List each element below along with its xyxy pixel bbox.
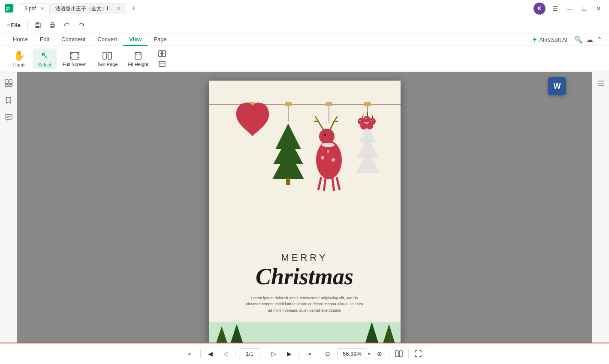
view-extra-btn-2[interactable] <box>156 59 168 69</box>
svg-rect-19 <box>9 84 12 87</box>
search-button[interactable]: 🔍 <box>574 36 583 44</box>
fullscreen-tool[interactable]: Full Screen <box>58 49 91 69</box>
select-label: Select <box>38 62 51 67</box>
last-page-skip-button[interactable]: ⇥ <box>302 348 314 360</box>
zoom-in-button[interactable]: ⊕ <box>374 348 386 360</box>
sidebar-comment-icon[interactable] <box>2 111 15 124</box>
file-label: File <box>11 22 21 28</box>
twopage-icon <box>101 51 113 61</box>
word-icon: W <box>554 82 561 91</box>
view-extra-btn-1[interactable] <box>156 49 168 58</box>
svg-rect-53 <box>364 102 371 106</box>
svg-rect-10 <box>108 52 112 59</box>
svg-text:P: P <box>6 6 10 12</box>
status-divider-3 <box>264 349 264 358</box>
user-avatar[interactable]: K <box>534 3 546 15</box>
svg-point-60 <box>360 123 367 129</box>
extra-view-buttons <box>156 49 168 69</box>
zoom-value: 56.89% <box>337 348 367 359</box>
sidebar-thumbnail-icon[interactable] <box>2 76 15 90</box>
main-area: MERRY Christmas Lorem ipsum dolor sit am… <box>0 72 609 343</box>
hand-tool[interactable]: ✋ Hand <box>7 48 31 69</box>
select-tool[interactable]: ↖ Select <box>33 48 57 69</box>
print-button[interactable] <box>46 19 59 31</box>
ai-button[interactable]: ✦ Afirstsoft AI <box>528 35 571 45</box>
word-convert-button[interactable]: W <box>548 77 566 95</box>
twopage-tool[interactable]: Two Page <box>93 49 122 69</box>
fullscreen-label: Full Screen <box>63 62 87 67</box>
svg-point-36 <box>319 129 335 144</box>
next-page-button[interactable]: ▷ <box>268 348 280 360</box>
page-input[interactable] <box>239 348 260 359</box>
sidebar-bookmark-icon[interactable] <box>2 93 15 107</box>
svg-rect-9 <box>103 52 106 59</box>
menu-divider <box>27 21 28 30</box>
svg-point-67 <box>371 120 372 121</box>
tab-page[interactable]: Page <box>148 33 172 46</box>
save-button[interactable] <box>31 19 44 31</box>
ai-logo-icon: ✦ <box>532 36 537 44</box>
tab-bar: 3.pdf ✕ 法语版小王子（全文）I... ✕ + <box>19 3 276 14</box>
svg-rect-32 <box>286 178 290 185</box>
left-sidebar <box>0 72 17 343</box>
panel-list-icon[interactable] <box>594 76 608 90</box>
tab-edit[interactable]: Edit <box>34 33 55 46</box>
svg-point-47 <box>324 134 326 136</box>
christmas-text: MERRY Christmas Lorem ipsum dolor sit am… <box>209 244 401 322</box>
menu-icon: ≡ <box>7 22 10 28</box>
content-area[interactable]: MERRY Christmas Lorem ipsum dolor sit am… <box>17 72 592 343</box>
svg-point-65 <box>359 120 361 121</box>
tab-comment[interactable]: Comment <box>55 33 91 46</box>
tab-view[interactable]: View <box>123 33 148 46</box>
tab-book[interactable]: 法语版小王子（全文）I... ✕ <box>50 3 126 14</box>
cloud-button[interactable]: ☁ <box>586 36 593 44</box>
svg-point-66 <box>365 117 367 119</box>
tab-pdf[interactable]: 3.pdf ✕ <box>19 3 50 13</box>
menu-bar: ≡ File <box>0 17 609 33</box>
collapse-button[interactable]: ⌃ <box>597 36 602 44</box>
last-page-button[interactable]: ▶ <box>283 348 295 360</box>
ribbon-content: ✋ Hand ↖ Select Full Screen Two Pa <box>0 46 609 72</box>
tab-convert[interactable]: Convert <box>91 33 123 46</box>
pdf-page: MERRY Christmas Lorem ipsum dolor sit am… <box>209 81 401 343</box>
status-divider-5 <box>318 349 318 358</box>
menu-button[interactable]: ☰ <box>548 2 562 15</box>
zoom-dropdown-button[interactable]: ▾ <box>368 352 370 356</box>
ribbon-right: ✦ Afirstsoft AI 🔍 ☁ ⌃ <box>528 35 602 45</box>
prev-page-button[interactable]: ◁ <box>220 348 232 360</box>
zoom-out-button[interactable]: ⊖ <box>322 348 334 360</box>
svg-rect-110 <box>399 351 402 357</box>
bottom-scene <box>209 322 401 343</box>
status-divider-7 <box>408 349 409 358</box>
fitheight-tool[interactable]: Fit Height <box>124 49 153 69</box>
tab-home[interactable]: Home <box>7 33 34 46</box>
redo-button[interactable] <box>75 19 88 31</box>
first-page-button[interactable]: ⇤ <box>185 348 197 360</box>
ribbon: Home Edit Comment Convert View Page ✦ Af… <box>0 33 609 72</box>
minimize-button[interactable]: — <box>563 2 576 15</box>
tab-close-pdf[interactable]: ✕ <box>40 6 44 12</box>
svg-rect-4 <box>36 26 39 28</box>
svg-rect-16 <box>5 80 8 84</box>
twopage-label: Two Page <box>97 62 118 67</box>
prev-page-skip-button[interactable]: ◀ <box>204 348 216 360</box>
svg-point-48 <box>322 143 335 147</box>
fit-window-button[interactable] <box>412 348 424 360</box>
maximize-button[interactable]: □ <box>577 2 591 15</box>
zoom-display: 56.89% ▾ <box>337 348 370 359</box>
add-tab-button[interactable]: + <box>129 3 139 14</box>
svg-rect-20 <box>5 114 12 119</box>
merry-text: MERRY <box>226 252 383 263</box>
file-menu[interactable]: ≡ File <box>3 20 24 30</box>
app-logo: P <box>3 3 15 15</box>
svg-point-50 <box>327 150 329 153</box>
close-button[interactable]: ✕ <box>592 2 606 15</box>
ribbon-tabs: Home Edit Comment Convert View Page ✦ Af… <box>0 33 609 46</box>
select-icon: ↖ <box>41 50 48 61</box>
tab-book-label: 法语版小王子（全文）I... <box>55 5 112 12</box>
lorem-text: Lorem ipsum dolor sit amet, consectetur … <box>244 295 365 313</box>
undo-button[interactable] <box>60 19 73 31</box>
christmas-script: Christmas <box>226 265 383 288</box>
layout-button[interactable] <box>393 348 405 360</box>
tab-close-book[interactable]: ✕ <box>117 6 121 12</box>
